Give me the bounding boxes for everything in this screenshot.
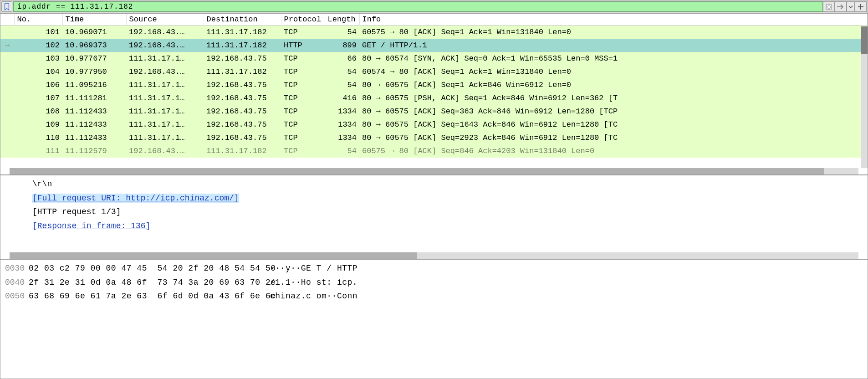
packet-row[interactable]: 10110.969071192.168.43.…111.31.17.182TCP… [0,26,868,39]
hex-ascii: /1.1··Ho st: icp. [261,276,357,290]
hex-bytes: 63 68 69 6e 61 7a 2e 63 6f 6d 0d 0a 43 6… [29,289,261,303]
filter-clear-button[interactable] [823,1,835,12]
packet-row[interactable]: 11111.112579192.168.43.…111.31.17.182TCP… [0,144,868,158]
packet-row[interactable]: 10410.977950192.168.43.…111.31.17.182TCP… [0,65,868,78]
col-info[interactable]: Info [359,14,868,26]
detail-line-response-frame[interactable]: [Response in frame: 136] [32,219,867,233]
packet-list-vscroll[interactable] [861,26,868,168]
packet-table-header[interactable]: No. Time Source Destination Protocol Len… [0,14,868,26]
hex-row[interactable]: 003002 03 c2 79 00 00 47 45 54 20 2f 20 … [0,261,868,276]
packet-row[interactable]: 10911.112433111.31.17.1…192.168.43.75TCP… [0,118,868,131]
hex-panel: 003002 03 c2 79 00 00 47 45 54 20 2f 20 … [0,259,868,379]
packet-row[interactable]: 11011.112433111.31.17.1…192.168.43.75TCP… [0,131,868,144]
col-destination[interactable]: Destination [204,14,281,26]
filter-add-button[interactable] [855,1,867,12]
filter-apply-button[interactable] [835,1,847,12]
bookmark-icon [4,3,10,10]
packet-row[interactable]: 10611.095216111.31.17.1…192.168.43.75TCP… [0,78,868,92]
col-no[interactable]: No. [14,14,62,26]
close-icon [825,3,832,10]
hex-bytes: 02 03 c2 79 00 00 47 45 54 20 2f 20 48 5… [29,261,261,276]
col-length[interactable]: Length [325,14,359,26]
hex-row[interactable]: 005063 68 69 6e 61 7a 2e 63 6f 6d 0d 0a … [0,289,868,303]
detail-line[interactable]: [HTTP request 1/3] [32,205,867,219]
packet-row[interactable]: 10811.112433111.31.17.1…192.168.43.75TCP… [0,105,868,118]
plus-icon [858,4,864,10]
packet-row[interactable]: →10210.969373192.168.43.…111.31.17.182HT… [0,39,868,52]
packet-row[interactable]: 10310.977677111.31.17.1…192.168.43.75TCP… [0,52,868,65]
arrow-right-icon [837,4,845,10]
packet-list-hscroll[interactable] [10,168,858,174]
hex-ascii: chinaz.c om··Conn [261,289,357,303]
packet-table[interactable]: No. Time Source Destination Protocol Len… [0,14,868,158]
col-source[interactable]: Source [126,14,204,26]
chevron-down-icon [848,5,853,8]
filter-toolbar [0,0,868,13]
detail-line-full-uri[interactable]: [Full request URI: http://icp.chinaz.com… [32,191,867,205]
detail-line[interactable]: \r\n [32,177,867,191]
packet-row[interactable]: 10711.111281111.31.17.1…192.168.43.75TCP… [0,92,868,105]
hex-ascii: ···y··GE T / HTTP [261,261,357,276]
col-protocol[interactable]: Protocol [281,14,325,26]
filter-dropdown-button[interactable] [847,1,855,12]
hex-offset: 0030 [0,261,29,276]
hex-bytes: 2f 31 2e 31 0d 0a 48 6f 73 74 3a 20 69 6… [29,276,261,290]
row-marker-icon: → [5,41,10,50]
col-time[interactable]: Time [62,14,126,26]
details-hscroll[interactable] [10,252,858,259]
hex-offset: 0050 [0,289,29,303]
bookmark-button[interactable] [1,1,12,12]
hex-row[interactable]: 00402f 31 2e 31 0d 0a 48 6f 73 74 3a 20 … [0,276,868,290]
packet-list-panel: No. Time Source Destination Protocol Len… [0,13,868,175]
packet-details-panel: \r\n [Full request URI: http://icp.china… [0,175,868,259]
hex-offset: 0040 [0,276,29,290]
display-filter-input[interactable] [13,1,823,12]
